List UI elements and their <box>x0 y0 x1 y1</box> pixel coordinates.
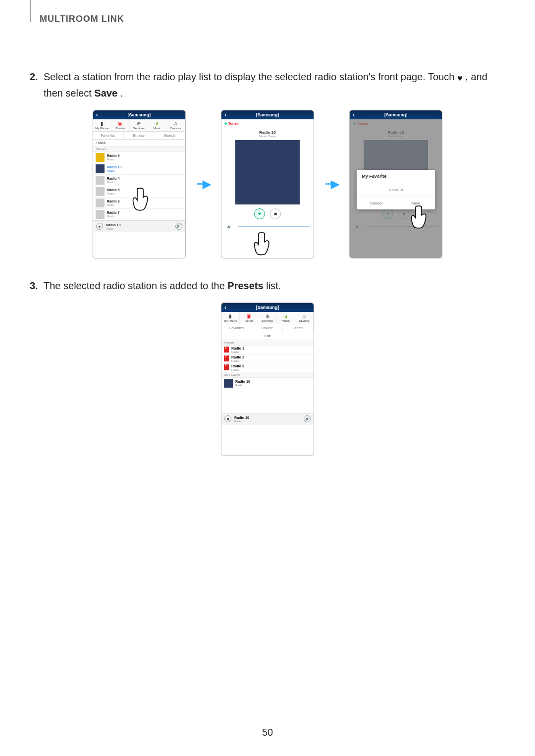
tab-devices[interactable]: ♫Devices <box>166 119 185 131</box>
now-playing-title: Radio 10 <box>221 128 314 135</box>
tab-music[interactable]: aMusic <box>277 312 295 324</box>
edit-button[interactable]: Edit <box>221 332 314 340</box>
phone-title: [Samsung] <box>256 112 279 117</box>
tab-tunein[interactable]: ▣TuneIn <box>111 119 130 131</box>
subtab-browse[interactable]: Browse <box>252 324 283 332</box>
phone-header: ‹ [Samsung] <box>221 303 314 312</box>
volume-icon[interactable]: 🔊 <box>225 223 232 230</box>
figure-row-1: ‹ [Samsung] ▮My Phone ▣TuneIn ⊕Services … <box>30 110 505 258</box>
page-number: 50 <box>0 727 535 738</box>
speaker-icon: ♫ <box>295 313 313 318</box>
step-text: The selected radio station is added to t… <box>44 280 227 291</box>
step-text: list. <box>266 280 281 291</box>
arrow-icon: ···▶ <box>325 178 338 191</box>
speaker-icon[interactable]: 🔊 <box>304 415 311 422</box>
step-bold-save: Save <box>94 88 117 99</box>
now-playing-bar[interactable]: ■ Radio 10Radio 🔊 <box>93 220 185 232</box>
step-text: . <box>120 88 123 99</box>
station-row[interactable]: Radio 5Radio <box>93 186 185 198</box>
speaker-icon[interactable]: 🔊 <box>175 223 182 230</box>
arrow-icon: ···▶ <box>197 178 210 191</box>
modal-body: Radio 10 <box>357 183 435 197</box>
save-button[interactable]: Save <box>396 197 435 209</box>
phone-save-modal: ‹ [Samsung] ✚ TuneIn Radio 10 Music Camp… <box>349 110 442 258</box>
preset-row[interactable]: Radio 2Radio <box>221 354 314 363</box>
flag-icon <box>224 364 229 370</box>
phone-title: [Samsung] <box>384 112 408 117</box>
myfav-label: My Favorite <box>221 372 314 378</box>
globe-icon: ⊕ <box>258 313 276 318</box>
favorite-button[interactable]: ♥ <box>254 208 265 219</box>
modal-title: My Favorite <box>357 170 435 183</box>
subtab-favorites[interactable]: Favorites <box>93 132 124 139</box>
stop-icon[interactable]: ■ <box>224 415 231 422</box>
preset-row[interactable]: Radio 3Radio <box>221 363 314 372</box>
tab-services[interactable]: ⊕Services <box>258 312 276 324</box>
now-playing-subtitle: Music Camp <box>221 135 314 140</box>
section-label: Stations <box>93 147 185 152</box>
tab-services[interactable]: ⊕Services <box>130 119 148 131</box>
now-playing-bar[interactable]: ■ Radio 10Radio 🔊 <box>221 413 314 425</box>
tab-my-phone[interactable]: ▮My Phone <box>221 312 240 324</box>
phone-icon: ▮ <box>93 121 111 126</box>
presets-label: Presets <box>221 340 314 346</box>
stop-icon[interactable]: ■ <box>96 223 103 230</box>
phone-header: ‹ [Samsung] <box>221 110 314 119</box>
page-header: MULTIROOM LINK <box>40 14 124 24</box>
back-icon[interactable]: ‹ <box>224 111 226 118</box>
subtab-favorites[interactable]: Favorites <box>221 324 252 332</box>
step-number: 2. <box>30 69 44 101</box>
station-row[interactable]: Radio 9Radio <box>93 152 185 163</box>
amazon-icon: a <box>148 121 166 126</box>
back-icon[interactable]: ‹ <box>353 111 355 118</box>
tab-music[interactable]: aMusic <box>148 119 166 131</box>
station-row[interactable]: Radio 7Radio <box>93 209 185 220</box>
heart-icon: ♥ <box>457 73 463 83</box>
tab-tunein[interactable]: ▣TuneIn <box>240 312 258 324</box>
flag-icon <box>224 355 229 361</box>
tab-my-phone[interactable]: ▮My Phone <box>93 119 111 131</box>
amazon-icon: a <box>277 313 295 318</box>
phone-title: [Samsung] <box>127 112 151 117</box>
phone-header: ‹ [Samsung] <box>350 110 442 119</box>
phone-station-list: ‹ [Samsung] ▮My Phone ▣TuneIn ⊕Services … <box>93 110 186 258</box>
globe-icon: ⊕ <box>130 121 148 126</box>
cancel-button[interactable]: Cancel <box>357 197 396 209</box>
tunein-label: ✚ TuneIn <box>221 119 314 128</box>
phone-header: ‹ [Samsung] <box>93 110 185 119</box>
album-art <box>235 140 300 204</box>
speaker-icon: ♫ <box>166 121 184 126</box>
phone-icon: ▮ <box>221 313 239 318</box>
step-number: 3. <box>30 278 44 294</box>
station-row-selected[interactable]: Radio 10Radio <box>93 163 185 175</box>
stop-button[interactable]: ■ <box>270 208 281 219</box>
favorite-row[interactable]: Radio 10Radio <box>221 378 314 389</box>
step-3: 3. The selected radio station is added t… <box>30 278 505 294</box>
back-icon[interactable]: ‹ <box>96 111 98 118</box>
station-row[interactable]: Radio 4Radio <box>93 175 185 186</box>
breadcrumb[interactable]: ‹ MBA <box>93 140 185 147</box>
step-text: Select a station from the radio play lis… <box>44 71 457 82</box>
save-modal: My Favorite Radio 10 Cancel Save <box>357 170 435 209</box>
phone-title: [Samsung] <box>256 305 279 310</box>
subtab-search[interactable]: Search <box>155 132 185 139</box>
subtab-browse[interactable]: Browse <box>124 132 155 139</box>
back-icon[interactable]: ‹ <box>224 304 226 311</box>
figure-row-2: ‹ [Samsung] ▮My Phone ▣TuneIn ⊕Services … <box>30 302 505 456</box>
flag-icon <box>224 347 229 353</box>
volume-slider[interactable] <box>238 226 310 227</box>
preset-row[interactable]: Radio 1Radio <box>221 346 314 354</box>
phone-favorites-list: ‹ [Samsung] ▮My Phone ▣TuneIn ⊕Services … <box>221 302 314 456</box>
tunein-icon: ▣ <box>240 313 258 318</box>
subtab-search[interactable]: Search <box>283 324 314 332</box>
tab-devices[interactable]: ♫Devices <box>295 312 314 324</box>
step-bold-presets: Presets <box>227 280 263 291</box>
step-2: 2. Select a station from the radio play … <box>30 69 505 101</box>
tunein-icon: ▣ <box>111 121 129 126</box>
phone-player: ‹ [Samsung] ✚ TuneIn Radio 10 Music Camp… <box>221 110 314 258</box>
station-row[interactable]: Radio 6Radio <box>93 198 185 209</box>
